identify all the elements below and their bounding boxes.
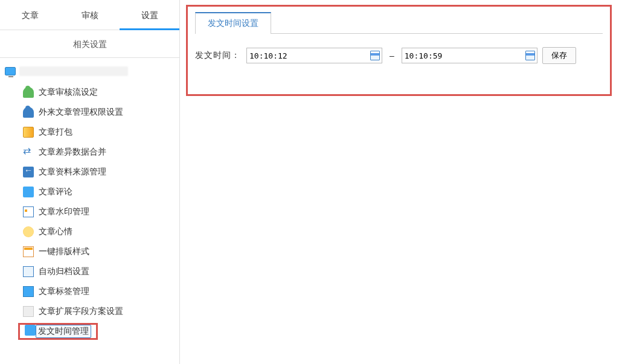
sync-icon (23, 147, 34, 158)
main-panel: 发文时间设置 发文时间： – 保存 (180, 0, 619, 364)
highlight-frame: 发文时间设置 发文时间： – 保存 (186, 5, 612, 96)
sidebar-item-10[interactable]: 文章标签管理 (23, 281, 179, 301)
sidebar-item-6[interactable]: 文章水印管理 (23, 202, 179, 222)
tab-settings[interactable]: 设置 (120, 0, 179, 30)
sidebar-item-11[interactable]: 文章扩展字段方案设置 (23, 301, 179, 321)
sidebar-item-4[interactable]: 文章资料来源管理 (23, 162, 179, 182)
sidebar-item-label: 文章评论 (39, 187, 72, 197)
sidebar-item-2[interactable]: 文章打包 (23, 122, 179, 142)
sidebar-item-label: 文章资料来源管理 (39, 167, 106, 177)
archive-icon (23, 266, 34, 277)
tab-article[interactable]: 文章 (0, 0, 60, 30)
sidebar-item-label: 文章扩展字段方案设置 (39, 306, 123, 317)
keyboard-icon (23, 187, 34, 197)
publish-time-label: 发文时间： (195, 50, 240, 61)
panel-tab-publish-time[interactable]: 发文时间设置 (195, 12, 271, 34)
calendar-icon[interactable] (370, 51, 380, 60)
sidebar: 文章 审核 设置 相关设置 文章审核流设定外来文章管理权限设置文章打包文章差异数… (0, 0, 180, 364)
sidebar-item-label: 文章差异数据合并 (39, 147, 106, 158)
pack-icon (23, 127, 34, 138)
user-green-icon (23, 87, 34, 98)
back-icon (23, 167, 34, 177)
sidebar-item-12[interactable]: 发文时间管理 (23, 321, 179, 341)
time-icon (25, 325, 36, 336)
tree-root-label-obscured (19, 66, 128, 76)
save-button[interactable]: 保存 (542, 47, 576, 64)
sidebar-item-8[interactable]: 一键排版样式 (23, 241, 179, 261)
sidebar-item-0[interactable]: 文章审核流设定 (23, 82, 179, 102)
mood-icon (23, 226, 34, 237)
sidebar-item-7[interactable]: 文章心情 (23, 222, 179, 241)
ext-icon (23, 306, 34, 317)
sidebar-item-label: 发文时间管理 (36, 325, 91, 338)
watermark-icon (23, 206, 34, 217)
sidebar-item-label: 自动归档设置 (39, 266, 89, 277)
range-dash: – (387, 51, 397, 60)
calendar-icon[interactable] (525, 51, 535, 60)
sidebar-item-5[interactable]: 文章评论 (23, 182, 179, 202)
panel-tabs: 发文时间设置 (195, 12, 603, 34)
tab-review[interactable]: 审核 (60, 0, 120, 30)
tag-icon (23, 286, 34, 297)
tree-root[interactable] (5, 64, 179, 82)
section-title: 相关设置 (0, 30, 179, 58)
sidebar-item-label: 文章审核流设定 (39, 87, 98, 98)
layout-icon (23, 246, 34, 257)
monitor-icon (5, 67, 16, 75)
sidebar-item-3[interactable]: 文章差异数据合并 (23, 142, 179, 162)
sidebar-tabs: 文章 审核 设置 (0, 0, 179, 30)
sidebar-item-1[interactable]: 外来文章管理权限设置 (23, 102, 179, 122)
sidebar-item-label: 外来文章管理权限设置 (39, 107, 123, 118)
sidebar-item-label: 文章心情 (39, 226, 72, 237)
user-blue-icon (23, 107, 34, 118)
nav-tree: 文章审核流设定外来文章管理权限设置文章打包文章差异数据合并文章资料来源管理文章评… (0, 58, 179, 341)
sidebar-item-label: 一键排版样式 (39, 246, 89, 257)
sidebar-item-label: 文章标签管理 (39, 286, 89, 297)
time-start-input[interactable] (246, 48, 382, 63)
publish-time-row: 发文时间： – 保存 (195, 47, 603, 64)
sidebar-item-label: 文章打包 (39, 127, 72, 138)
highlight-box: 发文时间管理 (18, 323, 98, 340)
sidebar-item-9[interactable]: 自动归档设置 (23, 261, 179, 281)
sidebar-item-label: 文章水印管理 (39, 206, 89, 217)
time-end-input[interactable] (402, 48, 537, 63)
